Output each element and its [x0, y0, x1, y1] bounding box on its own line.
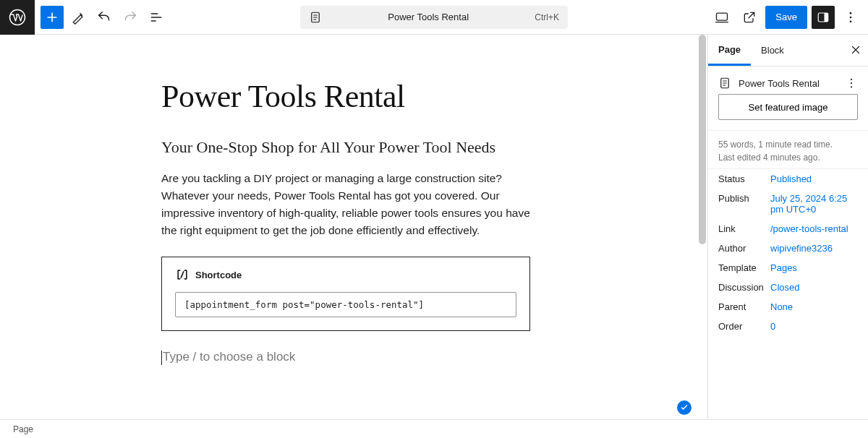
- page-subheading[interactable]: Your One-Stop Shop for All Your Power To…: [161, 138, 697, 157]
- parent-value[interactable]: None: [770, 301, 858, 312]
- save-button[interactable]: Save: [765, 6, 807, 29]
- svg-point-6: [850, 16, 852, 18]
- svg-point-7: [850, 20, 852, 22]
- svg-point-0: [10, 9, 25, 25]
- template-label: Template: [718, 262, 770, 273]
- canvas-scrollbar[interactable]: [697, 35, 707, 419]
- svg-point-11: [851, 86, 852, 87]
- tab-page[interactable]: Page: [708, 35, 751, 66]
- document-overview-button[interactable]: [145, 6, 168, 29]
- tools-button[interactable]: [67, 6, 90, 29]
- discussion-label: Discussion: [718, 282, 770, 293]
- svg-rect-4: [825, 13, 828, 22]
- discussion-value[interactable]: Closed: [770, 282, 858, 293]
- page-title[interactable]: Power Tools Rental: [161, 78, 697, 115]
- view-desktop-button[interactable]: [710, 6, 733, 29]
- document-switcher[interactable]: Power Tools Rental Ctrl+K: [300, 6, 568, 29]
- shortcode-block-label: Shortcode: [195, 270, 242, 280]
- keyboard-shortcut-hint: Ctrl+K: [535, 12, 559, 22]
- editor-footer: Page: [0, 419, 868, 438]
- doc-actions-menu[interactable]: [845, 77, 858, 90]
- order-label: Order: [718, 321, 770, 332]
- redo-button[interactable]: [119, 6, 142, 29]
- shortcode-icon: [175, 267, 190, 282]
- link-value[interactable]: /power-tools-rental: [770, 223, 858, 234]
- open-external-button[interactable]: [738, 6, 761, 29]
- sidebar-doc-title: Power Tools Rental: [739, 78, 838, 89]
- svg-point-5: [850, 12, 852, 14]
- order-value[interactable]: 0: [770, 321, 858, 332]
- shortcode-input[interactable]: [175, 292, 516, 317]
- template-value[interactable]: Pages: [770, 262, 858, 273]
- settings-sidebar: Page Block Power Tools Rental Set featur…: [707, 35, 868, 419]
- paragraph-block[interactable]: Are you tackling a DIY project or managi…: [161, 170, 537, 239]
- options-menu-button[interactable]: [839, 6, 862, 29]
- block-appender[interactable]: Type / to choose a block: [161, 350, 697, 365]
- word-count-text: 55 words, 1 minute read time.: [718, 138, 858, 151]
- wordpress-logo[interactable]: [0, 0, 35, 35]
- parent-label: Parent: [718, 301, 770, 312]
- undo-button[interactable]: [93, 6, 116, 29]
- page-icon: [309, 11, 322, 24]
- status-value[interactable]: Published: [770, 173, 858, 184]
- shortcode-block[interactable]: Shortcode: [161, 257, 530, 331]
- svg-point-10: [851, 82, 852, 84]
- author-label: Author: [718, 243, 770, 254]
- last-edited-text: Last edited 4 minutes ago.: [718, 151, 858, 164]
- document-switcher-title: Power Tools Rental: [329, 12, 527, 22]
- publish-value[interactable]: July 25, 2024 6:25 pm UTC+0: [770, 193, 858, 215]
- sidebar-tabs: Page Block: [708, 35, 868, 66]
- author-value[interactable]: wipivefine3236: [770, 243, 858, 254]
- link-label: Link: [718, 223, 770, 234]
- top-toolbar: Power Tools Rental Ctrl+K Save: [0, 0, 868, 35]
- set-featured-image-button[interactable]: Set featured image: [718, 94, 858, 120]
- add-block-button[interactable]: [41, 6, 64, 29]
- svg-point-9: [851, 79, 852, 80]
- settings-sidebar-toggle[interactable]: [812, 6, 835, 29]
- breadcrumb[interactable]: Page: [13, 424, 33, 434]
- text-caret: [161, 351, 162, 365]
- saved-indicator[interactable]: [677, 400, 692, 415]
- svg-rect-2: [717, 13, 728, 20]
- close-sidebar-button[interactable]: [849, 43, 862, 56]
- editor-canvas[interactable]: Power Tools Rental Your One-Stop Shop fo…: [0, 35, 707, 419]
- status-label: Status: [718, 173, 770, 184]
- block-appender-placeholder: Type / to choose a block: [163, 350, 295, 364]
- tab-block[interactable]: Block: [751, 35, 794, 66]
- page-icon: [718, 77, 731, 90]
- publish-label: Publish: [718, 193, 770, 204]
